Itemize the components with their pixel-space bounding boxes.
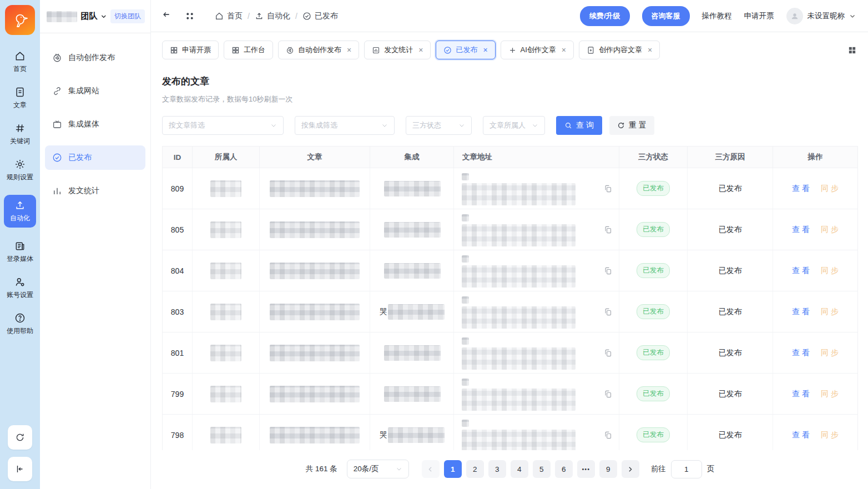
breadcrumb-published[interactable]: 已发布 [302,11,338,21]
page-title: 发布的文章 [162,75,858,88]
goose-logo-icon [11,11,29,29]
apps-grid-icon[interactable] [185,11,195,21]
redacted-url [462,420,576,450]
tab-invoice[interactable]: 申请开票 [162,41,219,59]
redacted-article [270,304,360,320]
layout-grid-icon[interactable] [847,46,857,55]
next-page-button[interactable] [622,460,639,478]
table-row: 801 已发布 已发布 查 看同 步 [163,332,857,373]
support-button[interactable]: 咨询客服 [642,6,690,26]
redacted-article [270,180,360,197]
tab-auto-publish[interactable]: 自动创作发布 × [278,41,359,59]
collapse-sidebar-button[interactable] [8,457,32,481]
close-icon[interactable]: × [347,46,351,54]
sync-link[interactable]: 同 步 [821,307,839,317]
status-badge: 已发布 [637,181,670,196]
copy-icon[interactable] [604,307,612,316]
sidebar-item-integrated-sites[interactable]: 集成网站 [45,79,145,103]
view-link[interactable]: 查 看 [792,430,810,440]
page-button-9[interactable]: 9 [599,460,617,478]
rail-item-articles[interactable]: 文章 [3,87,37,110]
sidebar-item-integrated-media[interactable]: 集成媒体 [45,112,145,137]
back-icon[interactable] [162,11,173,21]
rail-item-media-login[interactable]: 登录媒体 [3,240,37,264]
invoice-link[interactable]: 申请开票 [744,11,774,21]
tutorial-link[interactable]: 操作教程 [702,11,732,21]
sync-link[interactable]: 同 步 [821,430,839,440]
home-icon [14,51,26,62]
page-size-select[interactable]: 20条/页 [347,460,409,478]
page-button-6[interactable]: 6 [555,460,573,478]
refresh-button[interactable] [8,425,32,450]
switch-team-button[interactable]: 切换团队 [110,9,145,23]
total-count: 共 161 条 [306,464,337,474]
tab-ai-article[interactable]: AI创作文章 × [501,41,574,59]
sidebar-item-publish-stats[interactable]: 发文统计 [45,179,145,203]
cell-reason: 已发布 [688,250,773,291]
rail-item-keywords[interactable]: 关键词 [3,123,37,146]
prev-page-button[interactable] [422,460,440,478]
sync-link[interactable]: 同 步 [821,184,839,194]
goto-page: 前往 页 [651,460,715,478]
article-filter-select[interactable]: 按文章筛选 [162,116,284,135]
rail-item-help[interactable]: 使用帮助 [3,312,37,336]
view-link[interactable]: 查 看 [792,389,810,399]
sidebar-item-auto-publish[interactable]: 自动创作发布 [45,46,145,70]
user-menu[interactable]: 未设置昵称 [786,8,856,24]
chevron-down-icon [849,13,856,19]
page-button-4[interactable]: 4 [511,460,528,478]
sidebar-item-published[interactable]: 已发布 [45,145,145,170]
sync-link[interactable]: 同 步 [821,348,839,358]
copy-icon[interactable] [604,184,612,193]
sync-link[interactable]: 同 步 [821,266,839,276]
cell-id: 804 [163,250,193,291]
cell-id: 803 [163,291,193,332]
copy-icon[interactable] [604,390,612,398]
breadcrumb-home[interactable]: 首页 [215,11,243,21]
close-icon[interactable]: × [562,46,566,54]
copy-icon[interactable] [604,431,612,439]
cell-reason: 已发布 [688,332,773,373]
renew-upgrade-button[interactable]: 续费/升级 [580,6,630,26]
grid-icon [170,46,178,54]
breadcrumb-automation[interactable]: 自动化 [255,11,290,21]
close-icon[interactable]: × [648,46,652,54]
app-logo[interactable] [5,5,35,35]
view-link[interactable]: 查 看 [792,266,810,276]
close-icon[interactable]: × [418,46,423,54]
integration-filter-select[interactable]: 按集成筛选 [295,116,395,135]
search-icon [564,122,572,129]
more-pages-button[interactable]: ••• [577,460,595,478]
page-button-5[interactable]: 5 [533,460,551,478]
redacted-integration [384,222,441,238]
search-button[interactable]: 查 询 [556,116,602,135]
rail-item-rules[interactable]: 规则设置 [3,159,37,182]
copy-icon[interactable] [604,349,612,357]
tab-workbench[interactable]: 工作台 [224,41,273,59]
view-link[interactable]: 查 看 [792,348,810,358]
tab-publish-stats[interactable]: 发文统计 × [364,41,431,59]
goto-page-input[interactable] [671,460,702,478]
page-button-1[interactable]: 1 [444,460,462,478]
reset-button[interactable]: 重 置 [609,116,654,135]
close-icon[interactable]: × [483,46,487,54]
team-switcher[interactable]: 团队 切换团队 [40,0,150,33]
rail-item-home[interactable]: 首页 [3,51,37,74]
rail-item-account[interactable]: 账号设置 [3,276,37,300]
tab-published[interactable]: 已发布 × [436,41,495,59]
owner-filter-select[interactable]: 文章所属人 [483,116,545,135]
copy-icon[interactable] [604,225,612,234]
sync-link[interactable]: 同 步 [821,225,839,235]
status-filter-select[interactable]: 三方状态 [406,116,472,135]
view-link[interactable]: 查 看 [792,225,810,235]
page-button-3[interactable]: 3 [488,460,506,478]
view-link[interactable]: 查 看 [792,307,810,317]
copy-icon[interactable] [604,266,612,275]
redacted-owner [210,180,241,197]
view-link[interactable]: 查 看 [792,184,810,194]
tab-content-article[interactable]: 创作内容文章 × [579,41,660,59]
sync-link[interactable]: 同 步 [821,389,839,399]
rail-item-automation[interactable]: 自动化 [4,195,36,228]
page-button-2[interactable]: 2 [466,460,484,478]
check-circle-icon [302,12,311,21]
